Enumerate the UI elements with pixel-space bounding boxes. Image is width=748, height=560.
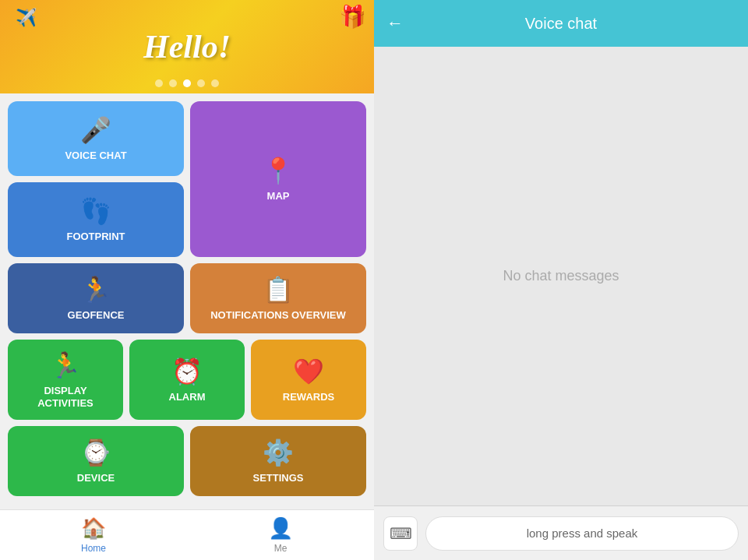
voice-chat-button[interactable]: 🎤 Voice chat [8, 101, 184, 176]
dot-2[interactable] [169, 79, 177, 87]
device-label: Device [77, 472, 115, 484]
display-activities-label: Display activities [16, 385, 115, 409]
chat-input-area: ⌨ long press and speak [374, 505, 748, 560]
alarm-label: Alarm [169, 391, 206, 403]
bottom-navigation: 🏠 Home 👤 Me [0, 509, 374, 560]
keyboard-icon: ⌨ [390, 524, 412, 543]
gift-icon: 🎁 [339, 4, 366, 30]
notifications-label: Notifications overView [210, 309, 346, 322]
runner-icon: 🏃 [80, 275, 111, 305]
speak-button[interactable]: long press and speak [425, 516, 739, 551]
voice-chat-label: Voice chat [65, 150, 126, 162]
grid-combined-top: 🎤 Voice chat 📍 Map 👣 FOOTPRINT [8, 101, 366, 257]
chat-header: ← Voice chat [374, 0, 748, 47]
nav-home[interactable]: 🏠 Home [81, 516, 106, 554]
back-button[interactable]: ← [386, 13, 404, 33]
person-icon: 👤 [268, 516, 293, 541]
settings-label: SETTINGS [252, 472, 303, 484]
geofence-label: Geofence [68, 309, 125, 322]
right-panel: ← Voice chat No chat messages ⌨ long pre… [374, 0, 748, 560]
left-panel: ✈️ 🎁 Hello! 🎤 Voice chat 📍 Map 👣 F [0, 0, 374, 560]
footprint-label: FOOTPRINT [66, 231, 125, 243]
notifications-icon: 📋 [263, 275, 294, 305]
footprint-icon: 👣 [80, 196, 111, 226]
hero-text: Hello! [143, 28, 231, 65]
watch-icon: ⌚ [80, 438, 111, 467]
menu-grid: 🎤 Voice chat 📍 Map 👣 FOOTPRINT 🏃 Geofenc… [0, 93, 374, 509]
location-pin-icon: 📍 [263, 156, 294, 185]
footprint-button[interactable]: 👣 FOOTPRINT [8, 182, 184, 257]
dot-3[interactable] [183, 79, 191, 87]
display-activities-button[interactable]: 🏃 Display activities [8, 340, 123, 420]
dot-4[interactable] [197, 79, 205, 87]
speak-label: long press and speak [527, 527, 638, 540]
plane-icon: ✈️ [16, 8, 37, 28]
gear-icon: ⚙️ [263, 438, 294, 467]
map-button[interactable]: 📍 Map [190, 101, 366, 257]
grid-row-4: 🏃 Display activities ⏰ Alarm ❤️ REWARDS [8, 340, 366, 420]
hero-dots [155, 79, 219, 87]
notifications-overview-button[interactable]: 📋 Notifications overView [190, 263, 366, 333]
no-messages-text: No chat messages [503, 268, 619, 284]
dot-1[interactable] [155, 79, 163, 87]
hero-banner: ✈️ 🎁 Hello! [0, 0, 374, 93]
me-label: Me [274, 543, 288, 554]
home-label: Home [81, 543, 106, 554]
rewards-button[interactable]: ❤️ REWARDS [251, 340, 366, 420]
grid-row-3: 🏃 Geofence 📋 Notifications overView [8, 263, 366, 333]
activities-icon: 🏃 [50, 350, 81, 380]
alarm-button[interactable]: ⏰ Alarm [129, 340, 245, 420]
device-button[interactable]: ⌚ Device [8, 426, 184, 496]
chat-title: Voice chat [525, 15, 597, 33]
map-label: Map [267, 190, 290, 203]
alarm-icon: ⏰ [171, 357, 203, 386]
heart-icon: ❤️ [293, 357, 324, 386]
chat-messages-area: No chat messages [374, 47, 748, 505]
nav-me[interactable]: 👤 Me [268, 516, 293, 554]
dot-5[interactable] [211, 79, 219, 87]
rewards-label: REWARDS [283, 391, 334, 403]
settings-button[interactable]: ⚙️ SETTINGS [190, 426, 366, 496]
keyboard-button[interactable]: ⌨ [383, 516, 418, 551]
home-icon: 🏠 [81, 516, 106, 541]
grid-row-5: ⌚ Device ⚙️ SETTINGS [8, 426, 366, 496]
geofence-button[interactable]: 🏃 Geofence [8, 263, 184, 333]
microphone-icon: 🎤 [80, 115, 111, 145]
